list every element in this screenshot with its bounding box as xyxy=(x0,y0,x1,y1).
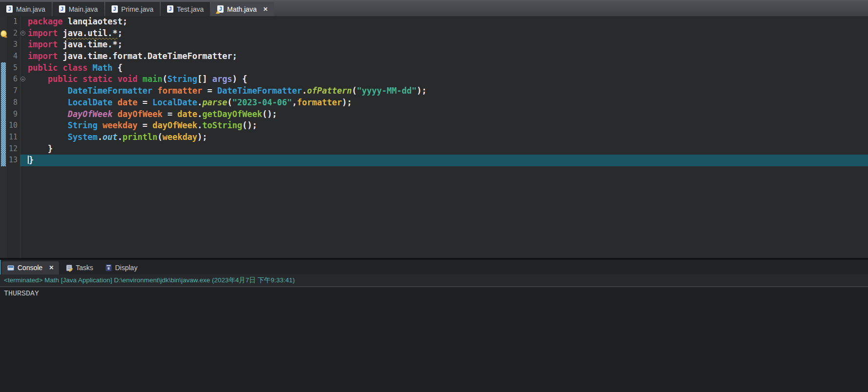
code-token: = xyxy=(137,98,152,107)
code-line: 6 public static void main(String[] args)… xyxy=(0,74,868,85)
tab-label: Tasks xyxy=(75,264,93,272)
editor-tab-2-prime-java[interactable]: JPrime.java xyxy=(105,2,160,16)
code-token: ( xyxy=(162,74,167,84)
code-text[interactable]: import java.util.*; xyxy=(27,28,868,39)
fold-column xyxy=(20,74,27,85)
code-text[interactable]: System.out.println(weekday); xyxy=(27,132,868,143)
annotation-cell xyxy=(0,143,7,155)
annotation-cell xyxy=(0,120,7,132)
code-token: java.time.format.DateTimeFormatter; xyxy=(63,51,237,61)
editor-tab-0-main-java[interactable]: JMain.java xyxy=(0,2,52,16)
code-token: ( xyxy=(227,98,232,107)
code-token: java.util.* xyxy=(63,28,118,38)
code-token: public static void xyxy=(48,74,142,84)
code-token: out xyxy=(103,132,118,142)
line-number: 3 xyxy=(7,39,20,51)
line-number: 7 xyxy=(7,85,20,97)
close-icon[interactable]: ✕ xyxy=(263,6,268,13)
code-token xyxy=(28,109,68,119)
tab-label: Main.java xyxy=(16,5,45,13)
code-line: 10 String weekday = dayOfWeek.toString()… xyxy=(0,120,868,132)
code-text[interactable]: package lanqiaotest; xyxy=(27,16,868,28)
code-token: , xyxy=(292,98,297,107)
line-number: 6 xyxy=(7,74,20,85)
code-token xyxy=(28,98,68,107)
code-text[interactable]: } xyxy=(27,143,868,155)
code-token: DateTimeFormatter xyxy=(217,86,302,96)
code-line: 11 System.out.println(weekday); xyxy=(0,132,868,143)
code-token: System xyxy=(68,132,97,142)
code-line: 9 DayOfWeek dayOfWeek = date.getDayOfWee… xyxy=(0,109,868,120)
console-output[interactable]: THURSDAY xyxy=(0,287,868,392)
eclipse-window: JMain.javaJMain.javaJPrime.javaJTest.jav… xyxy=(0,0,868,392)
code-text[interactable]: public class Math { xyxy=(27,62,868,74)
code-token: weekday xyxy=(162,132,197,142)
line-number: 9 xyxy=(7,109,20,120)
code-token: = xyxy=(137,120,152,130)
console-tab-tasks[interactable]: Tasks xyxy=(61,261,98,274)
code-line: 2import java.util.*; xyxy=(0,28,868,39)
code-token: ); xyxy=(416,86,426,96)
code-text[interactable]: String weekday = dayOfWeek.toString(); xyxy=(27,120,868,132)
code-token: lanqiaotest; xyxy=(68,17,128,26)
code-line: 13} xyxy=(0,155,868,166)
code-token: weekday xyxy=(103,120,138,130)
code-token: import xyxy=(28,28,63,38)
code-token: . xyxy=(197,120,202,130)
warning-lightbulb-icon[interactable] xyxy=(0,30,7,37)
java-file-icon: J xyxy=(6,5,13,13)
fold-column xyxy=(20,143,27,155)
code-text[interactable]: import java.time.*; xyxy=(27,39,868,51)
tab-label: Math.java xyxy=(227,5,257,13)
code-token: java.time.*; xyxy=(63,39,123,49)
code-token xyxy=(28,120,68,130)
code-text[interactable]: } xyxy=(27,155,868,166)
code-token: String xyxy=(168,74,197,84)
code-token: ; xyxy=(117,28,122,38)
code-text[interactable]: DayOfWeek dayOfWeek = date.getDayOfWeek(… xyxy=(27,109,868,120)
collapse-icon[interactable] xyxy=(20,31,25,36)
code-token: public class xyxy=(28,63,93,73)
code-token: package xyxy=(28,17,68,26)
code-token: import xyxy=(28,39,63,49)
line-number: 13 xyxy=(7,155,20,166)
java-file-icon: J xyxy=(217,5,224,13)
annotation-cell xyxy=(0,109,7,120)
code-token: dayOfWeek xyxy=(117,109,162,119)
console-tab-display[interactable]: Display xyxy=(100,261,143,274)
editor-tab-3-test-java[interactable]: JTest.java xyxy=(161,2,210,16)
editor-tab-1-main-java[interactable]: JMain.java xyxy=(53,2,104,16)
line-number: 8 xyxy=(7,97,20,109)
code-token: formatter xyxy=(157,86,202,96)
code-token: import xyxy=(28,51,63,61)
code-token: date xyxy=(177,109,197,119)
code-text[interactable]: LocalDate date = LocalDate.parse("2023-0… xyxy=(27,97,868,109)
line-number: 1 xyxy=(7,16,20,28)
collapse-icon[interactable] xyxy=(20,77,25,81)
code-token: String xyxy=(68,120,97,130)
code-text[interactable]: import java.time.format.DateTimeFormatte… xyxy=(27,51,868,62)
code-token xyxy=(28,86,68,96)
code-token: LocalDate xyxy=(68,98,113,107)
annotation-cell xyxy=(0,62,7,74)
code-token: } xyxy=(28,144,53,154)
code-editor[interactable]: 1package lanqiaotest;2import java.util.*… xyxy=(0,16,868,258)
editor-tab-4-math-java[interactable]: JMath.java✕ xyxy=(211,2,274,16)
code-token: (); xyxy=(242,120,257,130)
code-token: println xyxy=(123,132,158,142)
code-line: 5public class Math { xyxy=(0,62,868,74)
console-status-line: <terminated> Math [Java Application] D:\… xyxy=(0,274,868,287)
code-token: Math xyxy=(93,63,113,73)
code-token: args xyxy=(212,74,232,84)
code-text[interactable]: public static void main(String[] args) { xyxy=(27,74,868,85)
code-token xyxy=(113,98,117,107)
code-line: 4import java.time.format.DateTimeFormatt… xyxy=(0,51,868,62)
code-token: [] xyxy=(197,74,212,84)
code-text[interactable]: DateTimeFormatter formatter = DateTimeFo… xyxy=(27,85,868,97)
code-token: toString xyxy=(202,120,242,130)
code-line: 1package lanqiaotest; xyxy=(0,16,868,28)
console-tab-console[interactable]: Console✕ xyxy=(2,261,59,274)
code-line: 3import java.time.*; xyxy=(0,39,868,51)
code-token xyxy=(28,132,68,142)
close-icon[interactable]: ✕ xyxy=(49,264,54,271)
